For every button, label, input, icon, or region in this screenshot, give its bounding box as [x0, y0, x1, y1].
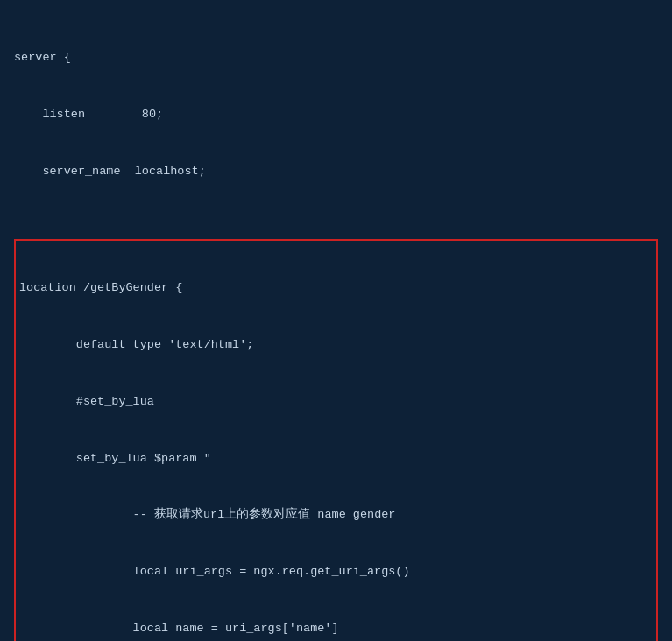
code-editor: server { listen 80; server_name localhos… — [0, 0, 672, 641]
loc-local-name: local name = uri_args['name'] — [19, 619, 653, 638]
line-server-open: server { — [14, 48, 658, 67]
loc-default-type: default_type 'text/html'; — [19, 335, 653, 355]
loc-open: location /getByGender { — [19, 278, 653, 298]
loc-set-by-lua-comment: #set_by_lua — [19, 392, 653, 412]
loc-set-by-lua: set_by_lua $param " — [19, 449, 653, 468]
line-server-name: server_name localhost; — [14, 162, 658, 181]
location-getbygender-block: location /getByGender { default_type 'te… — [14, 239, 658, 641]
line-listen: listen 80; — [14, 105, 658, 124]
loc-comment-get: -- 获取请求url上的参数对应值 name gender — [19, 505, 653, 525]
loc-uri-args: local uri_args = ngx.req.get_uri_args() — [19, 562, 653, 581]
